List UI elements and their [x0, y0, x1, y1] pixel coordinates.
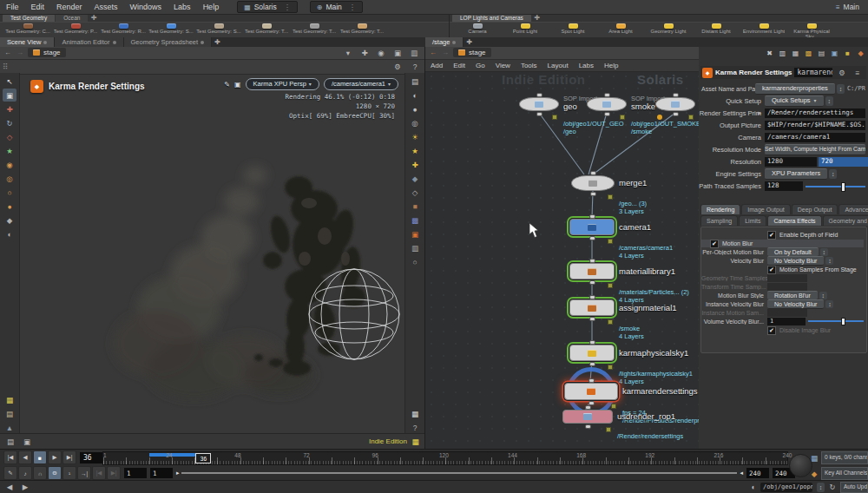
shelf-tool-distant-light[interactable]: Distant Light	[693, 23, 740, 37]
textures-icon[interactable]: ▩	[408, 214, 422, 227]
select-tool-icon[interactable]: ↖	[3, 75, 16, 88]
node-flag[interactable]	[611, 404, 616, 409]
expand-arrow-icon[interactable]: ▶	[758, 110, 765, 115]
gallery-icon[interactable]: ◆	[855, 48, 866, 58]
net-menu-layout[interactable]: Layout	[542, 62, 574, 69]
display-options-icon[interactable]: ⚙	[391, 61, 404, 74]
timeline-ruler[interactable]: 36 124487296120144168192216240	[102, 451, 788, 465]
viewport-help-icon[interactable]: ?	[408, 61, 422, 74]
auto-key-toggle[interactable]: ✎	[3, 466, 17, 480]
net-forward-icon[interactable]: →	[441, 49, 450, 56]
snap-depth-icon[interactable]: ◆	[3, 214, 16, 227]
node-output-connector[interactable]	[589, 317, 595, 321]
shelf-tool-environment-light[interactable]: Environment Light	[740, 23, 787, 37]
prev-key-button[interactable]: |◀	[92, 466, 106, 480]
asset-stepper[interactable]: ↕	[837, 84, 845, 94]
breadcrumb[interactable]: stage	[28, 48, 66, 57]
node-flag[interactable]	[608, 194, 613, 200]
scale-tool-icon[interactable]: ◇	[3, 130, 16, 143]
stats-icon[interactable]: ▥	[777, 48, 788, 58]
secure-selection-icon[interactable]: ▣	[3, 89, 16, 102]
menu-file[interactable]: File	[0, 3, 25, 11]
karma-display-icon[interactable]: ▣	[408, 227, 422, 240]
follow-selection-icon[interactable]: ◉	[374, 46, 388, 59]
normal-lights-icon[interactable]: ★	[408, 144, 422, 157]
play-reverse-button[interactable]: ◀	[18, 450, 32, 464]
node-input-connector[interactable]	[590, 171, 596, 175]
snapshot-gallery-icon[interactable]: ▦	[408, 407, 422, 420]
grid-layout-icon[interactable]: ▤	[816, 48, 827, 58]
tools-icon[interactable]: ✖	[764, 48, 775, 58]
range-slider[interactable]	[181, 472, 737, 474]
volume-velocity-blur-slider[interactable]	[808, 317, 864, 326]
network-canvas[interactable]: Indie Edition Solaris SOP Importgeo/obj/…	[425, 70, 699, 449]
message-log-icon[interactable]: ◖	[747, 482, 758, 492]
velocity-blur-stepper[interactable]: ↕	[825, 257, 833, 265]
integer-frames-toggle[interactable]: ¹	[62, 466, 76, 480]
renderer-selector[interactable]: Karma XPU Persp▾	[246, 78, 319, 90]
object-appearance-icon[interactable]: ○	[408, 255, 422, 268]
undo-icon[interactable]: ◀	[3, 481, 16, 493]
shelf-add-tab-icon[interactable]: ✚	[532, 14, 542, 22]
stowbar-grip-icon[interactable]: ⠿	[3, 62, 8, 71]
network-pane-tab[interactable]: /stage	[425, 37, 464, 47]
instance-velocity-blur-stepper[interactable]: ↕	[825, 300, 833, 308]
node-output-connector[interactable]	[589, 236, 595, 240]
shading-mode-icon[interactable]: ◐	[408, 89, 422, 102]
menu-edit[interactable]: Edit	[25, 3, 51, 11]
menu-help[interactable]: Help	[197, 3, 226, 11]
geometry-time-samples-field[interactable]	[767, 274, 807, 282]
view-pin-icon[interactable]: ◎	[408, 116, 422, 129]
node-input-connector[interactable]	[536, 93, 542, 97]
motion-path-toggle[interactable]: ∩	[33, 466, 47, 480]
status-node-path[interactable]: /obj/geo1/popnet	[760, 483, 812, 492]
shelf-tool-test-geometry-s[interactable]: Test Geometry: S...	[148, 23, 194, 37]
resolution-mode-button[interactable]: Set Width, Compute Height From Camera	[765, 144, 865, 155]
headlight-icon[interactable]: ☀	[408, 130, 422, 143]
shelf-tool-test-geometry-t[interactable]: Test Geometry: T...	[291, 23, 338, 37]
node-input-connector[interactable]	[589, 259, 595, 263]
back-icon[interactable]: ←	[3, 49, 12, 56]
output-picture-field[interactable]: $HIP/render/$HIPNAME.$OS.$F4.exr	[765, 121, 865, 130]
node-flag[interactable]	[608, 365, 613, 370]
tab-rendering[interactable]: Rendering	[700, 204, 740, 214]
net-menu-help[interactable]: Help	[599, 62, 623, 69]
shelf-tool-geometry-light[interactable]: Geometry Light	[645, 23, 692, 37]
next-key-button[interactable]: ▶|	[107, 466, 121, 480]
node-body[interactable]	[655, 97, 695, 111]
shelf-add-tab-icon[interactable]: ✚	[89, 14, 99, 22]
node-flag[interactable]	[688, 115, 694, 120]
net-back-icon[interactable]: ←	[429, 49, 437, 56]
snapshot-icon[interactable]: ▲	[3, 421, 16, 434]
net-menu-add[interactable]: Add	[425, 62, 448, 69]
motion-blur-style-stepper[interactable]: ↕	[819, 292, 827, 299]
node-input-connector[interactable]	[589, 340, 595, 345]
node-body[interactable]	[569, 219, 615, 235]
range-end-field[interactable]: 240	[746, 468, 769, 478]
shelf-tool-point-light[interactable]: Point Light	[502, 23, 549, 37]
render-viewport[interactable]: ◆ Karma Render Settings ✎ ▣ Karma XPU Pe…	[19, 73, 405, 434]
pose-tool-icon[interactable]: ★	[3, 144, 16, 157]
volume-velocity-blur-field[interactable]: 1	[767, 318, 806, 325]
snap-combo-icon[interactable]: ●	[3, 200, 16, 213]
shelf-tool-spot-light[interactable]: Spot Light	[549, 23, 596, 37]
path-traced-samples-field[interactable]: 128	[765, 181, 803, 191]
snap-grid-icon[interactable]: ◉	[3, 158, 16, 171]
render-region-icon[interactable]: ▥	[408, 241, 422, 254]
stop-at-end-toggle[interactable]: →|	[77, 466, 91, 480]
shelf-tool-test-geometry-c[interactable]: Test Geometry: C...	[4, 23, 51, 37]
save-icon[interactable]: ▣	[829, 48, 840, 58]
desktop-selector[interactable]: ▦ Solaris ⋮	[237, 1, 298, 13]
node-output-connector[interactable]	[536, 112, 542, 116]
path-stepper[interactable]: ↕	[817, 483, 825, 492]
sliders-icon[interactable]: ≡	[851, 66, 865, 79]
jump-to-end-button[interactable]: ▶|	[62, 450, 76, 464]
node-input-connector[interactable]	[585, 405, 591, 410]
memory-usage-icon[interactable]: ▣	[20, 435, 34, 448]
key-all-channels-button[interactable]: Key All Channels	[821, 467, 868, 480]
shelf-tab-lop-lights-and-cameras[interactable]: LOP Lights and Cameras	[452, 14, 531, 22]
hq-lights-icon[interactable]: ✚	[408, 158, 422, 171]
net-menu-labs[interactable]: Labs	[574, 62, 599, 69]
menu-labs[interactable]: Labs	[168, 3, 197, 11]
node-flag[interactable]	[608, 283, 613, 288]
